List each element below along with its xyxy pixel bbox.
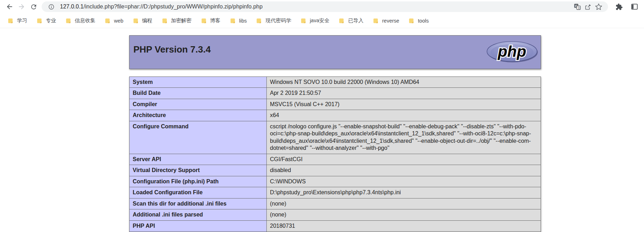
bookmark-folder-icon bbox=[133, 18, 139, 24]
bookmark-item-8[interactable]: 现代密码学 bbox=[251, 16, 296, 26]
bookmark-label: 现代密码学 bbox=[265, 17, 291, 24]
bookmark-folder-icon bbox=[338, 18, 344, 24]
side-panel-icon bbox=[631, 3, 638, 11]
bookmark-label: reverse bbox=[382, 18, 399, 24]
phpinfo-table: SystemWindows NT SOVO 10.0 build 22000 (… bbox=[129, 77, 541, 232]
forward-button[interactable] bbox=[16, 1, 28, 13]
bookmark-folder-icon bbox=[256, 18, 262, 24]
bookmark-item-2[interactable]: 信息收集 bbox=[61, 16, 100, 26]
bookmark-label: 专业 bbox=[46, 17, 56, 24]
extensions-puzzle-icon bbox=[615, 3, 623, 11]
row-label: Virtual Directory Support bbox=[130, 165, 267, 176]
translate-button[interactable]: G 文 bbox=[572, 1, 583, 12]
php-logo[interactable]: php bbox=[486, 41, 538, 65]
row-label: Configure Command bbox=[130, 121, 267, 154]
bookmark-label: 加密解密 bbox=[171, 17, 192, 24]
row-label: PHP API bbox=[130, 220, 267, 231]
share-icon bbox=[584, 3, 592, 11]
row-label: Server API bbox=[130, 154, 267, 165]
side-panel-button[interactable] bbox=[628, 1, 640, 13]
bookmark-label: tools bbox=[418, 18, 429, 24]
bookmark-item-4[interactable]: 编程 bbox=[128, 16, 157, 26]
row-value: Apr 2 2019 21:50:57 bbox=[267, 88, 541, 99]
table-row: Build DateApr 2 2019 21:50:57 bbox=[130, 88, 541, 99]
bookmark-label: 学习 bbox=[17, 17, 27, 24]
url-path: /include.php?file=phar://D:/phpstudy_pro… bbox=[84, 4, 263, 10]
bookmark-label: 编程 bbox=[142, 17, 152, 24]
row-label: System bbox=[130, 77, 267, 88]
row-value: C:\WINDOWS bbox=[267, 176, 541, 187]
row-value: (none) bbox=[267, 198, 541, 209]
row-value: 20180731 bbox=[267, 220, 541, 231]
bookmark-folder-icon bbox=[201, 18, 207, 24]
php-logo-icon: php bbox=[486, 41, 538, 63]
table-row: Additional .ini files parsed(none) bbox=[130, 209, 541, 220]
bookmark-item-1[interactable]: 专业 bbox=[32, 16, 61, 26]
row-label: Scan this dir for additional .ini files bbox=[130, 198, 267, 209]
translate-icon: G 文 bbox=[573, 3, 581, 11]
bookmark-item-7[interactable]: libs bbox=[225, 16, 252, 26]
star-icon bbox=[595, 3, 602, 11]
bookmark-item-10[interactable]: 已导入 bbox=[334, 16, 368, 26]
bookmark-item-6[interactable]: 博客 bbox=[196, 16, 225, 26]
bookmark-this-page-button[interactable] bbox=[593, 1, 604, 12]
row-value: cscript /nologo configure.js "--enable-s… bbox=[267, 121, 541, 154]
page-title: PHP Version 7.3.4 bbox=[130, 36, 541, 55]
row-label: Additional .ini files parsed bbox=[130, 209, 267, 220]
bookmark-item-0[interactable]: 学习 bbox=[3, 16, 32, 26]
reload-button[interactable] bbox=[28, 1, 40, 13]
row-value: CGI/FastCGI bbox=[267, 154, 541, 165]
bookmark-label: 博客 bbox=[210, 17, 221, 24]
site-info-button[interactable] bbox=[46, 1, 56, 12]
table-row: Configure Commandcscript /nologo configu… bbox=[130, 121, 541, 154]
table-row: Virtual Directory Supportdisabled bbox=[130, 165, 541, 176]
extensions-button[interactable] bbox=[613, 1, 625, 13]
row-value: (none) bbox=[267, 209, 541, 220]
php-version-header: PHP Version 7.3.4 php bbox=[129, 35, 541, 69]
row-value: x64 bbox=[267, 110, 541, 121]
table-row: CompilerMSVC15 (Visual C++ 2017) bbox=[130, 99, 541, 110]
back-button[interactable] bbox=[4, 1, 16, 13]
table-row: Scan this dir for additional .ini files(… bbox=[130, 198, 541, 209]
row-value: D:\phpstudy_pro\Extensions\php\php7.3.4n… bbox=[267, 187, 541, 198]
bookmark-item-9[interactable]: java安全 bbox=[296, 16, 334, 26]
info-icon bbox=[48, 4, 55, 10]
back-arrow-icon bbox=[6, 3, 13, 11]
bookmark-folder-icon bbox=[373, 18, 379, 24]
url-host: 127.0.0.1 bbox=[60, 4, 84, 10]
forward-arrow-icon bbox=[18, 3, 25, 11]
row-label: Configuration File (php.ini) Path bbox=[130, 176, 267, 187]
bookmark-label: 信息收集 bbox=[75, 17, 95, 24]
svg-text:php: php bbox=[498, 43, 526, 60]
row-value: MSVC15 (Visual C++ 2017) bbox=[267, 99, 541, 110]
bookmark-item-11[interactable]: reverse bbox=[368, 16, 404, 26]
page-content: PHP Version 7.3.4 php bbox=[0, 35, 644, 232]
bookmarks-bar: 学习 专业 信息收集 web 编程 加密解密 博客 libs 现代密码学 jav… bbox=[0, 13, 644, 28]
table-row: Server APICGI/FastCGI bbox=[130, 154, 541, 165]
bookmark-label: libs bbox=[239, 18, 247, 24]
url-text: 127.0.0.1/include.php?file=phar://D:/php… bbox=[60, 4, 572, 10]
bookmark-label: 已导入 bbox=[348, 17, 363, 24]
bookmark-folder-icon bbox=[7, 18, 13, 24]
share-button[interactable] bbox=[583, 1, 593, 12]
table-row: SystemWindows NT SOVO 10.0 build 22000 (… bbox=[130, 77, 541, 88]
row-label: Loaded Configuration File bbox=[130, 187, 267, 198]
bookmark-folder-icon bbox=[65, 18, 71, 24]
table-row: Architecturex64 bbox=[130, 110, 541, 121]
row-label: Build Date bbox=[130, 88, 267, 99]
row-value: disabled bbox=[267, 165, 541, 176]
bookmark-folder-icon bbox=[104, 18, 110, 24]
reload-icon bbox=[30, 3, 37, 11]
bookmark-folder-icon bbox=[36, 18, 42, 24]
browser-toolbar: 127.0.0.1/include.php?file=phar://D:/php… bbox=[0, 0, 644, 13]
bookmark-item-5[interactable]: 加密解密 bbox=[157, 16, 196, 26]
bookmark-folder-icon bbox=[162, 18, 168, 24]
row-label: Architecture bbox=[130, 110, 267, 121]
bookmark-label: web bbox=[114, 18, 124, 24]
bookmark-item-12[interactable]: tools bbox=[404, 16, 433, 26]
table-row: Configuration File (php.ini) PathC:\WIND… bbox=[130, 176, 541, 187]
table-row: PHP API20180731 bbox=[130, 220, 541, 231]
address-bar[interactable]: 127.0.0.1/include.php?file=phar://D:/php… bbox=[42, 1, 608, 12]
bookmark-label: java安全 bbox=[310, 17, 330, 24]
bookmark-item-3[interactable]: web bbox=[100, 16, 128, 26]
